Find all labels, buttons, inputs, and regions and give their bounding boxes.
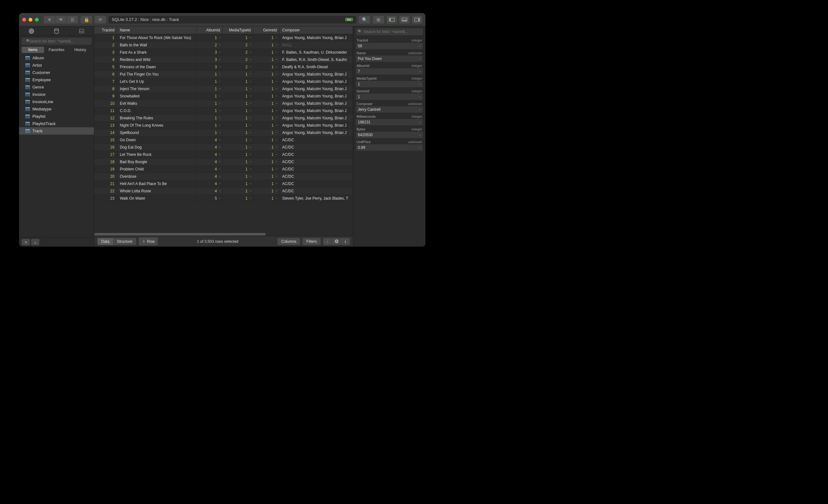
cell-composer[interactable]: Angus Young, Malcolm Young, Brian J	[279, 122, 353, 129]
sidebar-add-button[interactable]: ＋	[22, 239, 30, 245]
cell-name[interactable]: Let There Be Rock	[117, 151, 197, 158]
inspector-field-value[interactable]: 1	[356, 81, 423, 87]
column-header-name[interactable]: Name	[117, 26, 197, 34]
cell-mediatypeid[interactable]: 1	[223, 122, 254, 129]
cell-composer[interactable]: AC/DC	[279, 136, 353, 144]
table-row[interactable]: 22Whole Lotta Rosie411AC/DC	[94, 187, 353, 195]
cell-albumid[interactable]: 4	[197, 180, 222, 187]
cell-name[interactable]: Whole Lotta Rosie	[117, 187, 197, 195]
layout-bottom-panel-button[interactable]	[400, 16, 410, 24]
lock-button[interactable]: 🔒	[81, 16, 92, 24]
cell-mediatypeid[interactable]: 1	[223, 151, 254, 158]
cell-genreid[interactable]: 1	[253, 107, 279, 115]
cell-trackid[interactable]: 19	[94, 166, 117, 173]
column-header-trackid[interactable]: TrackId	[94, 26, 117, 34]
cell-mediatypeid[interactable]: 1	[223, 187, 254, 195]
table-row[interactable]: 23Walk On Water511Steven Tyler, Joe Perr…	[94, 195, 353, 202]
pager-settings-button[interactable]: ⚙	[332, 238, 341, 245]
sidebar-menu-button[interactable]: ⌄	[31, 239, 39, 245]
cell-mediatypeid[interactable]: 1	[223, 144, 254, 151]
cell-name[interactable]: Overdose	[117, 173, 197, 180]
table-row[interactable]: 13Night Of The Long Knives111Angus Young…	[94, 122, 353, 129]
cell-trackid[interactable]: 9	[94, 93, 117, 100]
cell-albumid[interactable]: 1	[197, 93, 222, 100]
layout-right-panel-button[interactable]	[412, 16, 422, 24]
cell-name[interactable]: Go Down	[117, 136, 197, 144]
cell-trackid[interactable]: 23	[94, 195, 117, 202]
cell-genreid[interactable]: 1	[253, 129, 279, 136]
cell-composer[interactable]: F. Baltes, R.A. Smith-Diesel, S. Kaufm	[279, 56, 353, 64]
cell-composer[interactable]: AC/DC	[279, 151, 353, 158]
table-row[interactable]: 5Princess of the Dawn321Deaffy & R.A. Sm…	[94, 64, 353, 71]
data-tab[interactable]: Data	[97, 238, 113, 245]
disconnect-button[interactable]: ✕	[44, 16, 55, 24]
cell-trackid[interactable]: 7	[94, 78, 117, 85]
cell-genreid[interactable]: 1	[253, 93, 279, 100]
table-row[interactable]: 21Hell Ain't A Bad Place To Be411AC/DC	[94, 180, 353, 187]
table-row[interactable]: 15Go Down411AC/DC	[94, 136, 353, 144]
cell-trackid[interactable]: 20	[94, 173, 117, 180]
cell-mediatypeid[interactable]: 1	[223, 180, 254, 187]
cell-albumid[interactable]: 1	[197, 78, 222, 85]
cell-composer[interactable]: Angus Young, Malcolm Young, Brian J	[279, 78, 353, 85]
preview-button[interactable]: 👁	[55, 16, 67, 24]
cell-name[interactable]: Bad Boy Boogie	[117, 158, 197, 166]
cell-albumid[interactable]: 3	[197, 49, 222, 56]
cell-trackid[interactable]: 15	[94, 136, 117, 144]
table-row[interactable]: 12Breaking The Rules111Angus Young, Malc…	[94, 115, 353, 122]
cell-trackid[interactable]: 22	[94, 187, 117, 195]
grid-apps-button[interactable]: ⊞	[373, 16, 384, 24]
cell-mediatypeid[interactable]: 1	[223, 107, 254, 115]
cell-trackid[interactable]: 14	[94, 129, 117, 136]
cell-name[interactable]: Restless and Wild	[117, 56, 197, 64]
cell-trackid[interactable]: 16	[94, 144, 117, 151]
cell-name[interactable]: Inject The Venom	[117, 85, 197, 93]
data-grid-wrapper[interactable]: TrackIdNameAlbumIdMediaTypeIdGenreIdComp…	[94, 26, 353, 233]
cell-composer[interactable]: Angus Young, Malcolm Young, Brian J	[279, 71, 353, 78]
cell-genreid[interactable]: 1	[253, 187, 279, 195]
cell-name[interactable]: Put The Finger On You	[117, 71, 197, 78]
inspector-field-value[interactable]: 196231	[356, 119, 423, 125]
sidebar-tab-items[interactable]: Items	[22, 47, 44, 53]
cell-albumid[interactable]: 4	[197, 187, 222, 195]
column-header-composer[interactable]: Composer	[279, 26, 353, 34]
cell-albumid[interactable]: 1	[197, 34, 222, 42]
cell-genreid[interactable]: 1	[253, 158, 279, 166]
cell-name[interactable]: Snowballed	[117, 93, 197, 100]
cell-genreid[interactable]: 1	[253, 100, 279, 107]
table-row[interactable]: 4Restless and Wild321F. Baltes, R.A. Smi…	[94, 56, 353, 64]
cell-albumid[interactable]: 1	[197, 107, 222, 115]
cell-genreid[interactable]: 1	[253, 144, 279, 151]
layout-left-panel-button[interactable]	[387, 16, 397, 24]
sidebar-item-playlist[interactable]: Playlist	[19, 113, 94, 120]
inspector-search-input[interactable]	[356, 28, 423, 35]
cell-mediatypeid[interactable]: 1	[223, 166, 254, 173]
cell-name[interactable]: C.O.D.	[117, 107, 197, 115]
cell-genreid[interactable]: 1	[253, 78, 279, 85]
cell-albumid[interactable]: 5	[197, 195, 222, 202]
cell-mediatypeid[interactable]: 1	[223, 100, 254, 107]
cell-albumid[interactable]: 1	[197, 129, 222, 136]
table-row[interactable]: 3Fast As a Shark321F. Baltes, S. Kaufman…	[94, 49, 353, 56]
cell-genreid[interactable]: 1	[253, 122, 279, 129]
search-button[interactable]: 🔍	[359, 16, 370, 24]
cell-trackid[interactable]: 8	[94, 85, 117, 93]
cell-name[interactable]: Fast As a Shark	[117, 49, 197, 56]
cell-name[interactable]: Night Of The Long Knives	[117, 122, 197, 129]
table-row[interactable]: 9Snowballed111Angus Young, Malcolm Young…	[94, 93, 353, 100]
cell-name[interactable]: Breaking The Rules	[117, 115, 197, 122]
table-row[interactable]: 19Problem Child411AC/DC	[94, 166, 353, 173]
cell-albumid[interactable]: 4	[197, 144, 222, 151]
cell-composer[interactable]: F. Baltes, S. Kaufman, U. Dirkscneider	[279, 49, 353, 56]
cell-name[interactable]: Princess of the Dawn	[117, 64, 197, 71]
cell-trackid[interactable]: 6	[94, 71, 117, 78]
cell-mediatypeid[interactable]: 1	[223, 93, 254, 100]
cell-name[interactable]: Spellbound	[117, 129, 197, 136]
sidebar-item-track[interactable]: Track	[19, 127, 94, 135]
window-minimize-button[interactable]	[29, 18, 32, 22]
cell-mediatypeid[interactable]: 1	[223, 129, 254, 136]
cell-genreid[interactable]: 1	[253, 173, 279, 180]
cell-name[interactable]: Balls to the Wall	[117, 42, 197, 49]
cell-composer[interactable]: Angus Young, Malcolm Young, Brian J	[279, 93, 353, 100]
refresh-button[interactable]: ⟳	[95, 16, 106, 24]
